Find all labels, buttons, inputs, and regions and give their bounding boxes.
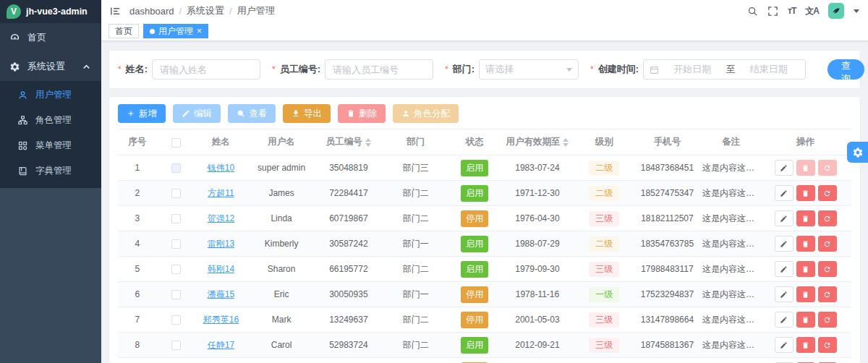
- row-edit-button[interactable]: [775, 286, 793, 302]
- export-button[interactable]: 导出: [283, 104, 331, 123]
- sidebar-item-settings[interactable]: 系统设置: [0, 52, 101, 81]
- table-row: 3贺强12Linda60719867部门二停用1976-04-30三级18182…: [118, 206, 851, 231]
- sidebar-item-user-mgmt[interactable]: 用户管理: [0, 82, 101, 108]
- row-reset-button[interactable]: [818, 236, 837, 252]
- name-input[interactable]: [152, 59, 260, 80]
- row-checkbox[interactable]: [171, 265, 181, 274]
- assign-role-button[interactable]: 角色分配: [393, 104, 459, 123]
- breadcrumb-item-dashboard[interactable]: dashboard: [129, 6, 174, 17]
- row-delete-button[interactable]: [796, 261, 815, 277]
- status-badge[interactable]: 启用: [461, 261, 488, 278]
- language-icon[interactable]: 文A: [805, 5, 819, 17]
- row-delete-button[interactable]: [796, 236, 815, 252]
- department-select[interactable]: 请选择: [479, 59, 579, 80]
- breadcrumb-item-settings[interactable]: 系统设置: [187, 4, 224, 17]
- row-checkbox[interactable]: [171, 189, 181, 198]
- row-edit-button[interactable]: [775, 210, 793, 226]
- status-badge[interactable]: 停用: [461, 286, 488, 303]
- row-checkbox[interactable]: [171, 290, 181, 299]
- row-reset-button[interactable]: [818, 210, 837, 226]
- user-name-link[interactable]: 韩刚14: [208, 264, 234, 274]
- button-label: 新增: [139, 108, 157, 120]
- row-delete-button[interactable]: [796, 160, 815, 176]
- row-checkbox[interactable]: [171, 341, 181, 350]
- field-name: * 姓名:: [118, 59, 260, 80]
- row-reset-button[interactable]: [818, 261, 837, 277]
- status-badge[interactable]: 启用: [461, 160, 488, 176]
- search-icon[interactable]: [747, 6, 758, 17]
- row-checkbox[interactable]: [171, 315, 181, 325]
- col-header-valid_until[interactable]: 用户有效期至: [498, 129, 576, 155]
- row-reset-button[interactable]: [818, 160, 837, 176]
- sidebar-item-menu-mgmt[interactable]: 菜单管理: [0, 133, 101, 158]
- settings-panel-button[interactable]: [847, 142, 868, 163]
- col-header-emp_id[interactable]: 员工编号: [317, 129, 380, 155]
- date-range-picker[interactable]: 开始日期 至 结束日期: [643, 59, 806, 80]
- sort-icon[interactable]: [365, 138, 371, 147]
- row-delete-button[interactable]: [796, 312, 815, 328]
- cell-username: super admin: [246, 155, 316, 181]
- add-button[interactable]: 新增: [118, 104, 166, 123]
- row-edit-button[interactable]: [775, 236, 793, 252]
- tag-home[interactable]: 首页: [109, 24, 139, 38]
- field-label: 姓名:: [126, 63, 148, 76]
- sidebar-toggle-icon[interactable]: [110, 6, 121, 17]
- tag-user-mgmt[interactable]: 用户管理 ×: [143, 24, 208, 38]
- row-checkbox[interactable]: [171, 214, 181, 223]
- status-badge[interactable]: 停用: [461, 210, 488, 227]
- cell-valid_until: 1988-07-29: [498, 231, 576, 257]
- row-reset-button[interactable]: [818, 185, 837, 201]
- row-checkbox[interactable]: [171, 163, 181, 173]
- select-all-checkbox[interactable]: [171, 138, 181, 148]
- row-checkbox[interactable]: [171, 239, 181, 249]
- sidebar-item-role-mgmt[interactable]: 角色管理: [0, 108, 101, 133]
- emp-id-input[interactable]: [325, 59, 433, 80]
- cell-remark: 这是内容这是...: [702, 206, 760, 231]
- row-reset-button[interactable]: [818, 337, 837, 353]
- row-delete-button[interactable]: [796, 337, 815, 353]
- tag-close-icon[interactable]: ×: [197, 27, 202, 35]
- user-name-link[interactable]: 任静17: [208, 340, 234, 350]
- user-name-link[interactable]: 雷刚13: [208, 239, 234, 249]
- status-badge[interactable]: 停用: [461, 312, 488, 328]
- row-reset-button[interactable]: [818, 312, 837, 328]
- query-button[interactable]: 查询: [827, 59, 864, 80]
- user-name-link[interactable]: 贺强12: [208, 213, 234, 223]
- sidebar-item-dict-mgmt[interactable]: 字典管理: [0, 158, 101, 184]
- row-edit-button[interactable]: [775, 312, 793, 328]
- tag-label: 用户管理: [158, 25, 193, 38]
- user-name-link[interactable]: 方超11: [208, 188, 234, 198]
- row-delete-button[interactable]: [796, 286, 815, 302]
- view-button[interactable]: 查看: [228, 104, 276, 123]
- sidebar-item-home[interactable]: 首页: [0, 23, 101, 52]
- row-edit-button[interactable]: [775, 337, 793, 353]
- cell-level: 二级: [576, 155, 632, 181]
- row-reset-button[interactable]: [818, 286, 837, 302]
- status-badge[interactable]: 启用: [461, 185, 488, 202]
- row-delete-button[interactable]: [796, 210, 815, 226]
- cell-phone: 18354763785: [632, 231, 702, 257]
- caret-down-icon[interactable]: [854, 9, 859, 13]
- level-badge: 三级: [589, 211, 619, 226]
- field-department: * 部门: 请选择: [445, 59, 579, 80]
- user-name-link[interactable]: 钱伟10: [208, 163, 234, 173]
- row-delete-button[interactable]: [796, 185, 815, 201]
- user-name-link[interactable]: 郑秀英16: [203, 315, 239, 325]
- row-edit-button[interactable]: [775, 261, 793, 277]
- user-name-link[interactable]: 潘薇15: [208, 289, 234, 299]
- font-size-icon[interactable]: ᴛT: [788, 6, 796, 16]
- edit-button[interactable]: 编辑: [173, 104, 221, 123]
- status-badge[interactable]: 启用: [461, 236, 488, 252]
- col-header-ops: 操作: [760, 129, 851, 155]
- fullscreen-icon[interactable]: [767, 6, 778, 17]
- status-badge[interactable]: 启用: [461, 337, 488, 354]
- row-edit-button[interactable]: [775, 160, 793, 176]
- sort-icon[interactable]: [563, 138, 569, 147]
- avatar[interactable]: [828, 3, 844, 19]
- cell-emp_id: 60719867: [317, 206, 380, 231]
- active-dot: [150, 29, 155, 34]
- logo[interactable]: V jh-vue3-admin: [0, 0, 101, 23]
- row-edit-button[interactable]: [775, 185, 793, 201]
- delete-button[interactable]: 删除: [338, 104, 386, 123]
- col-header-phone: 手机号: [632, 129, 702, 155]
